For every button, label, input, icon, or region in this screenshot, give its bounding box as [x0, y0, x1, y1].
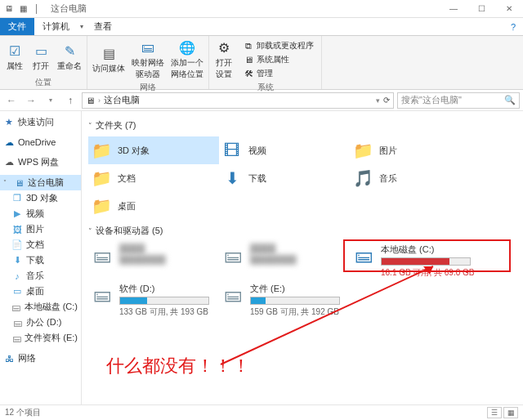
- pc-icon: 🖥: [3, 3, 15, 15]
- ribbon-group-system: ⚙打开 设置 ⧉卸载或更改程序 🖥系统属性 🛠管理 系统: [209, 36, 322, 89]
- sidebar-item-thispc[interactable]: ˅🖥这台电脑: [0, 175, 81, 190]
- tab-view[interactable]: 查看: [86, 18, 120, 35]
- tab-computer-drop[interactable]: ▾: [78, 18, 86, 35]
- annotation-text: 什么都没有！！！: [106, 354, 250, 378]
- drive-icon: 🖴: [221, 283, 245, 307]
- open-settings-button[interactable]: ⚙打开 设置: [211, 38, 237, 82]
- drive-icon: 🖴: [11, 333, 21, 344]
- sysprop-button[interactable]: 🖥系统属性: [239, 53, 317, 66]
- nav-up-button[interactable]: ↑: [62, 92, 78, 109]
- nav-back-button[interactable]: ←: [3, 92, 20, 109]
- open-button[interactable]: ▭打开: [28, 41, 54, 74]
- sidebar-item-desktop[interactable]: ▭桌面: [0, 284, 81, 299]
- search-placeholder: 搜索"这台电脑": [401, 94, 462, 106]
- drive-blurred-2[interactable]: 🖴████████████: [219, 242, 350, 281]
- sidebar-item-wps[interactable]: ☁WPS 网盘: [0, 154, 81, 170]
- network-icon: 🖧: [3, 353, 15, 364]
- sidebar-item-quickaccess[interactable]: ★快速访问: [0, 114, 81, 130]
- access-media-button[interactable]: ▤访问媒体: [89, 43, 128, 76]
- rename-button[interactable]: ✎重命名: [54, 41, 85, 74]
- folder-desktop[interactable]: 📁桌面: [88, 192, 219, 220]
- sidebar-item-music[interactable]: ♪音乐: [0, 268, 81, 284]
- view-details-button[interactable]: ☰: [487, 407, 502, 418]
- folders-grid: 📁3D 对象 🎞视频 📁图片 📁文档 ⬇下载 🎵音乐 📁桌面: [88, 136, 516, 220]
- chevron-down-icon[interactable]: ˅: [3, 179, 10, 186]
- item-count: 12 个项目: [5, 407, 41, 418]
- breadcrumb-item[interactable]: 这台电脑: [104, 94, 140, 106]
- props-qat-icon[interactable]: ▦: [17, 3, 29, 15]
- ribbon-help-icon[interactable]: ?: [503, 18, 523, 35]
- rename-icon: ✎: [61, 42, 78, 59]
- refresh-icon[interactable]: ⟳: [383, 96, 390, 105]
- tab-computer[interactable]: 计算机: [34, 18, 78, 35]
- desktop-icon: ▭: [11, 286, 23, 297]
- title-bar: 🖥 ▦ │ 这台电脑 — ☐ ✕: [0, 0, 523, 18]
- folder-music[interactable]: 🎵音乐: [350, 164, 481, 192]
- sidebar-item-office[interactable]: 🖴办公 (D:): [0, 315, 81, 330]
- drive-software-d[interactable]: 🖴软件 (D:)133 GB 可用, 共 193 GB: [88, 281, 219, 320]
- add-netloc-icon: 🌐: [179, 39, 195, 56]
- sidebar-item-pictures[interactable]: 🖼图片: [0, 221, 81, 237]
- breadcrumb-chev[interactable]: ›: [98, 96, 101, 105]
- body: ★快速访问 ☁OneDrive ☁WPS 网盘 ˅🖥这台电脑 ❒3D 对象 ▶视…: [0, 111, 523, 404]
- maximize-button[interactable]: ☐: [467, 0, 495, 18]
- sidebar-item-downloads[interactable]: ⬇下载: [0, 252, 81, 268]
- ribbon-tabs: 文件 计算机 ▾ 查看 ?: [0, 18, 523, 36]
- nav-tree[interactable]: ★快速访问 ☁OneDrive ☁WPS 网盘 ˅🖥这台电脑 ❒3D 对象 ▶视…: [0, 111, 82, 404]
- minimize-button[interactable]: —: [440, 0, 467, 18]
- address-drop-icon[interactable]: ▾: [376, 96, 380, 105]
- search-icon[interactable]: 🔍: [504, 95, 516, 105]
- manage-button[interactable]: 🛠管理: [239, 67, 317, 80]
- add-netloc-button[interactable]: 🌐添加一个 网络位置: [168, 38, 207, 82]
- folder-pictures[interactable]: 📁图片: [350, 136, 481, 164]
- doc-folder-icon: 📁: [90, 168, 113, 189]
- search-input[interactable]: 搜索"这台电脑" 🔍: [397, 92, 520, 109]
- nav-recent-button[interactable]: ▾: [42, 92, 59, 109]
- folder-videos[interactable]: 🎞视频: [219, 136, 350, 164]
- close-button[interactable]: ✕: [495, 0, 523, 18]
- address-bar: ← → ▾ ↑ 🖥 › 这台电脑 ▾ ⟳ 搜索"这台电脑" 🔍: [0, 90, 523, 111]
- video-icon: ▶: [11, 208, 23, 220]
- sidebar-item-network[interactable]: 🖧网络: [0, 351, 81, 366]
- sidebar-item-onedrive[interactable]: ☁OneDrive: [0, 135, 81, 150]
- sidebar-item-resources[interactable]: 🖴文件资料 (E:): [0, 330, 81, 346]
- nav-forward-button[interactable]: →: [23, 92, 39, 109]
- content-pane[interactable]: ˅文件夹 (7) 📁3D 对象 🎞视频 📁图片 📁文档 ⬇下载 🎵音乐 📁桌面 …: [82, 111, 523, 404]
- pc-icon: 🖥: [86, 96, 95, 105]
- media-icon: ▤: [101, 45, 117, 61]
- music-icon: ♪: [11, 270, 23, 282]
- uninstall-button[interactable]: ⧉卸载或更改程序: [239, 39, 317, 52]
- drive-icon: 🖴: [11, 302, 21, 313]
- drive-icon: 🖴: [90, 244, 114, 268]
- section-header-drives[interactable]: ˅设备和驱动器 (5): [88, 225, 516, 237]
- status-bar: 12 个项目 ☰ ▦: [0, 404, 523, 420]
- address-input[interactable]: 🖥 › 这台电脑 ▾ ⟳: [82, 92, 394, 109]
- folder-icon: 📁: [90, 140, 113, 161]
- properties-button[interactable]: ☑属性: [2, 41, 28, 74]
- drive-blurred-1[interactable]: 🖴████████████: [88, 242, 219, 281]
- usage-bar: [119, 297, 209, 305]
- cloud-icon: ☁: [3, 136, 15, 148]
- sidebar-item-3dobjects[interactable]: ❒3D 对象: [0, 190, 81, 206]
- folder-downloads[interactable]: ⬇下载: [219, 164, 350, 192]
- view-icons-button[interactable]: ▦: [503, 407, 518, 418]
- section-header-folders[interactable]: ˅文件夹 (7): [88, 119, 516, 132]
- folder-3dobjects[interactable]: 📁3D 对象: [88, 136, 219, 164]
- cube-icon: ❒: [11, 193, 23, 204]
- manage-icon: 🛠: [243, 68, 254, 79]
- doc-icon: 📄: [11, 239, 23, 251]
- cloud-icon: ☁: [3, 157, 15, 168]
- sidebar-item-documents[interactable]: 📄文档: [0, 237, 81, 252]
- desktop-folder-icon: 📁: [90, 195, 113, 217]
- folder-documents[interactable]: 📁文档: [88, 164, 219, 192]
- map-drive-button[interactable]: 🖴映射网络 驱动器: [128, 38, 168, 82]
- ribbon-group-label: 位置: [2, 77, 85, 89]
- sidebar-item-videos[interactable]: ▶视频: [0, 206, 81, 221]
- drive-files-e[interactable]: 🖴文件 (E:)159 GB 可用, 共 192 GB: [219, 281, 350, 320]
- sidebar-item-localc[interactable]: 🖴本地磁盘 (C:): [0, 299, 81, 315]
- music-folder-icon: 🎵: [351, 168, 374, 189]
- drive-icon: 🖴: [11, 317, 23, 328]
- pc-icon: 🖥: [13, 177, 25, 189]
- ribbon: ☑属性 ▭打开 ✎重命名 位置 ▤访问媒体 🖴映射网络 驱动器 🌐添加一个 网络…: [0, 36, 523, 90]
- tab-file[interactable]: 文件: [0, 18, 34, 35]
